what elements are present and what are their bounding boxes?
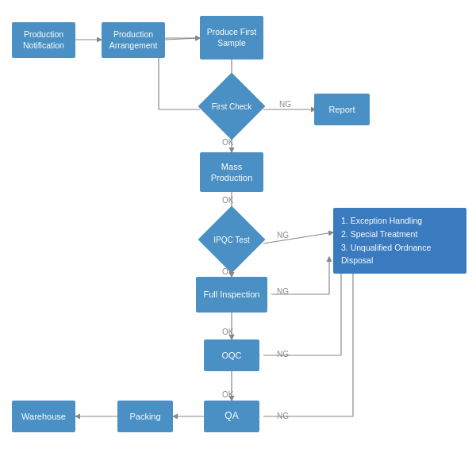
first-sample-label: Produce First Sample <box>207 27 256 48</box>
ok-label-ipqc: OK <box>222 196 233 205</box>
report-box: Report <box>314 94 370 125</box>
ng-label-full-insp: NG <box>277 287 289 296</box>
prod-arrange-label: Production Arrangement <box>109 29 158 51</box>
qa-box: QA <box>204 401 259 432</box>
ng-label-ipqc: NG <box>277 231 289 240</box>
mass-production-box: Mass Production <box>200 152 263 192</box>
produce-first-sample-box: Produce First Sample <box>200 16 263 59</box>
ok-label-full-insp: OK <box>222 267 233 276</box>
production-notification-box: Production Notification <box>12 22 75 58</box>
ok-label-oqc: OK <box>222 328 233 336</box>
special-box-label: 1. Exception Handling 2. Special Treatme… <box>341 216 431 265</box>
warehouse-label: Warehouse <box>21 411 66 422</box>
production-arrangement-box: Production Arrangement <box>102 22 165 58</box>
packing-box: Packing <box>117 401 173 432</box>
packing-label: Packing <box>129 411 160 422</box>
warehouse-box: Warehouse <box>12 401 75 432</box>
special-treatment-box: 1. Exception Handling 2. Special Treatme… <box>333 208 466 274</box>
qa-label: QA <box>225 410 238 423</box>
mass-prod-label: Mass Production <box>211 161 253 184</box>
prod-notif-label: Production Notification <box>23 29 64 51</box>
first-check-diamond: First Check <box>200 79 263 133</box>
first-check-label: First Check <box>212 102 252 111</box>
ok-label-qa: OK <box>222 390 233 399</box>
ng-label-oqc: NG <box>277 350 289 359</box>
ipqc-label: IPQC Test <box>213 236 249 244</box>
ok-label-first-check: OK <box>222 138 233 147</box>
svg-line-6 <box>263 232 333 244</box>
report-label: Report <box>328 104 355 115</box>
oqc-box: OQC <box>204 339 259 371</box>
ng-label-qa: NG <box>277 412 289 420</box>
full-inspection-box: Full Inspection <box>196 277 267 313</box>
full-insp-label: Full Inspection <box>204 289 260 300</box>
flowchart: Production Notification Production Arran… <box>0 0 476 464</box>
ipqc-test-diamond: IPQC Test <box>200 210 263 269</box>
ng-label-first-check: NG <box>279 100 291 109</box>
svg-line-1 <box>165 38 200 40</box>
oqc-label: OQC <box>221 350 241 361</box>
